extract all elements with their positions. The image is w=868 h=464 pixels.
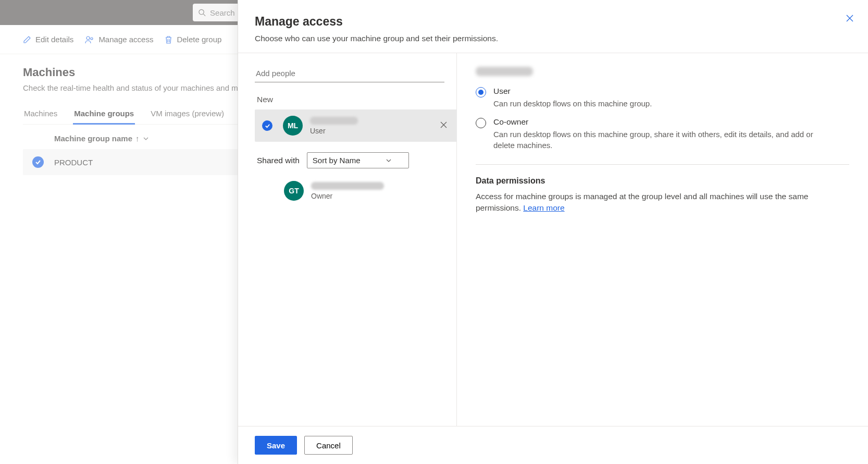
role-coowner-option[interactable]: Co-owner Can run desktop flows on this m…	[476, 117, 849, 151]
role-user-option[interactable]: User Can run desktop flows on this machi…	[476, 87, 849, 109]
edit-details-button[interactable]: Edit details	[23, 35, 73, 44]
person-row-shared[interactable]: GT Owner	[255, 175, 457, 207]
selected-check-icon	[262, 120, 272, 131]
shared-with-label: Shared with	[257, 156, 300, 165]
person-role: Owner	[311, 192, 450, 200]
learn-more-link[interactable]: Learn more	[523, 203, 564, 212]
row-selected-icon[interactable]	[32, 156, 44, 168]
role-radio-group: User Can run desktop flows on this machi…	[476, 87, 849, 151]
radio-unchecked-icon	[476, 118, 486, 128]
svg-point-3	[91, 38, 93, 40]
avatar: ML	[283, 116, 303, 136]
cmd-label: Edit details	[35, 35, 73, 44]
delete-group-button[interactable]: Delete group	[165, 35, 221, 44]
role-desc: Can run desktop flows on this machine gr…	[493, 98, 652, 109]
panel-footer: Save Cancel	[238, 426, 868, 464]
manage-access-button[interactable]: Manage access	[85, 35, 153, 44]
cancel-button[interactable]: Cancel	[304, 436, 353, 455]
save-button[interactable]: Save	[255, 436, 297, 455]
role-label: User	[493, 87, 652, 96]
close-button[interactable]	[845, 14, 854, 25]
close-icon	[440, 121, 448, 129]
close-icon	[845, 14, 854, 23]
svg-point-0	[199, 9, 204, 14]
search-icon	[198, 8, 206, 17]
tab-machines[interactable]: Machines	[23, 104, 58, 125]
sort-select[interactable]: Sort by Name	[307, 152, 409, 168]
svg-point-2	[86, 36, 90, 40]
sort-value: Sort by Name	[313, 156, 361, 165]
person-name-redacted	[311, 182, 384, 190]
panel-subtitle: Choose who can use your machine group an…	[255, 34, 851, 43]
panel-left-column: New ML User Shared with Sort by Name	[238, 53, 457, 426]
pencil-icon	[23, 35, 31, 44]
tab-vm-images[interactable]: VM images (preview)	[150, 104, 225, 125]
avatar: GT	[284, 181, 304, 201]
divider	[476, 164, 849, 165]
remove-person-button[interactable]	[438, 119, 450, 132]
add-people-input[interactable]	[255, 65, 444, 82]
radio-checked-icon	[476, 87, 486, 97]
cmd-label: Delete group	[177, 35, 221, 44]
data-permissions-title: Data permissions	[476, 176, 849, 186]
person-role: User	[310, 127, 438, 135]
person-name-redacted	[310, 117, 358, 125]
sort-asc-icon: ↑	[135, 134, 140, 143]
chevron-down-icon	[143, 136, 149, 142]
svg-line-1	[203, 14, 205, 16]
person-row-new[interactable]: ML User	[255, 109, 457, 142]
tab-machine-groups[interactable]: Machine groups	[73, 104, 135, 125]
selected-person-name-redacted	[476, 67, 533, 76]
trash-icon	[165, 35, 172, 44]
new-section-label: New	[257, 95, 456, 104]
cmd-label: Manage access	[98, 35, 153, 44]
data-permissions-text: Access for machine groups is managed at …	[476, 191, 849, 214]
chevron-down-icon	[386, 157, 392, 164]
people-icon	[85, 35, 94, 44]
panel-title: Manage access	[255, 15, 851, 29]
col-name-label: Machine group name	[54, 134, 132, 143]
panel-right-column: User Can run desktop flows on this machi…	[457, 53, 868, 426]
role-desc: Can run desktop flows on this machine gr…	[493, 129, 816, 151]
manage-access-panel: Manage access Choose who can use your ma…	[238, 0, 868, 464]
role-label: Co-owner	[493, 117, 816, 127]
